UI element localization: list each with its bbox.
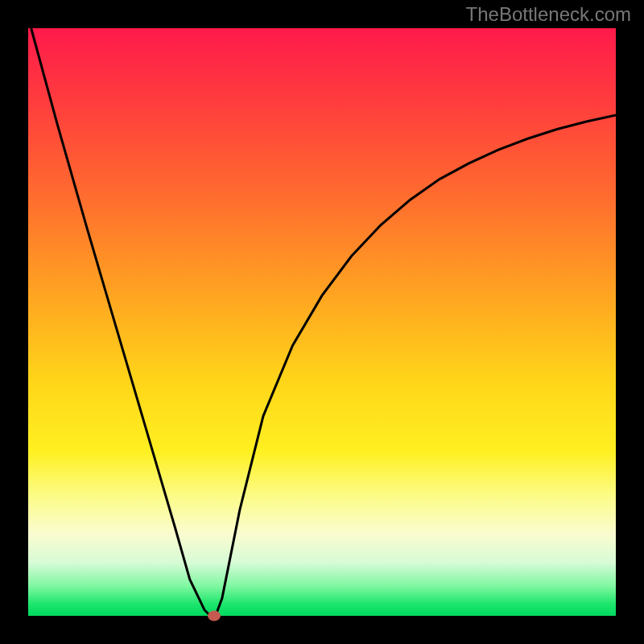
watermark-text: TheBottleneck.com [466, 3, 631, 26]
curve-path [31, 28, 616, 616]
chart-frame: TheBottleneck.com [0, 0, 644, 644]
min-marker-icon [208, 611, 221, 621]
plot-area [28, 28, 616, 616]
chart-curve [28, 28, 616, 616]
